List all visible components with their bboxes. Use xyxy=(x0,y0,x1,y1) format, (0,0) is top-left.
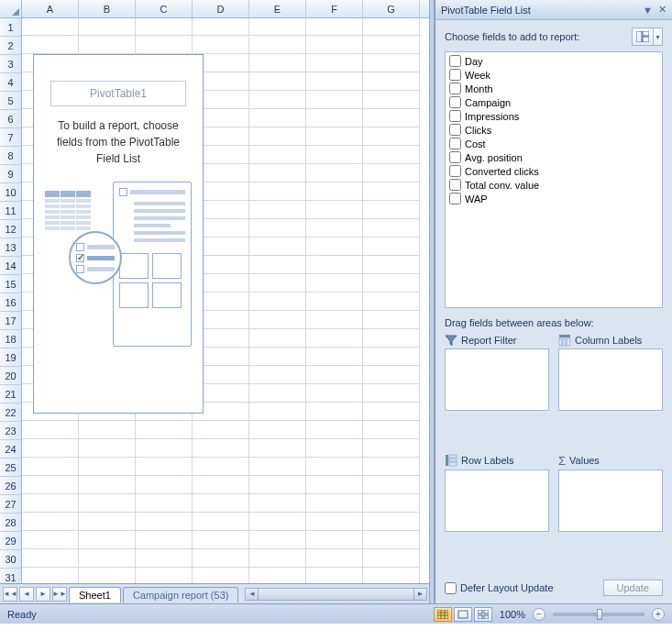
column-labels-dropzone[interactable] xyxy=(558,348,663,411)
field-checkbox[interactable] xyxy=(449,151,461,163)
row-header[interactable]: 5 xyxy=(0,92,21,110)
filter-icon xyxy=(445,334,457,347)
row-header[interactable]: 15 xyxy=(0,275,21,293)
field-item[interactable]: Week xyxy=(447,68,660,82)
field-label: Impressions xyxy=(465,111,519,122)
row-header[interactable]: 7 xyxy=(0,128,21,147)
zoom-out-button[interactable]: − xyxy=(533,608,545,621)
field-checkbox[interactable] xyxy=(449,69,461,81)
row-header[interactable]: 1 xyxy=(0,18,21,37)
values-dropzone[interactable] xyxy=(558,470,663,532)
field-checkbox[interactable] xyxy=(449,165,461,177)
row-labels-dropzone[interactable] xyxy=(445,470,549,532)
field-checkbox[interactable] xyxy=(449,55,461,67)
field-label: Converted clicks xyxy=(465,166,539,177)
field-checkbox[interactable] xyxy=(449,96,461,108)
pivottable-name: PivotTable1 xyxy=(50,81,186,106)
field-checkbox[interactable] xyxy=(449,124,461,136)
row-header[interactable]: 30 xyxy=(0,550,21,569)
row-header[interactable]: 26 xyxy=(0,477,21,495)
row-header[interactable]: 14 xyxy=(0,257,21,275)
field-checkbox[interactable] xyxy=(449,193,461,204)
row-header[interactable]: 31 xyxy=(0,569,21,583)
row-header[interactable]: 23 xyxy=(0,422,21,440)
cell-grid[interactable]: PivotTable1 To build a report, choose fi… xyxy=(22,18,429,583)
defer-update-checkbox[interactable]: Defer Layout Update xyxy=(445,582,554,594)
update-button[interactable]: Update xyxy=(603,580,663,596)
col-header[interactable]: E xyxy=(249,0,306,17)
row-header[interactable]: 21 xyxy=(0,385,21,403)
svg-rect-5 xyxy=(563,338,566,346)
row-header[interactable]: 24 xyxy=(0,440,21,459)
field-label: Day xyxy=(465,56,483,67)
defer-checkbox-input[interactable] xyxy=(445,582,457,594)
field-item[interactable]: Total conv. value xyxy=(447,178,660,192)
field-item[interactable]: WAP xyxy=(447,192,660,205)
row-header[interactable]: 19 xyxy=(0,348,21,367)
col-header[interactable]: C xyxy=(136,0,193,17)
row-header[interactable]: 3 xyxy=(0,55,21,73)
row-header[interactable]: 2 xyxy=(0,37,21,55)
tab-nav-first[interactable]: ◄◄ xyxy=(3,587,17,602)
layout-dropdown-icon[interactable]: ▼ xyxy=(654,28,663,46)
zoom-slider[interactable] xyxy=(553,613,644,616)
field-checkbox[interactable] xyxy=(449,179,461,191)
col-header[interactable]: D xyxy=(193,0,249,17)
row-header[interactable]: 10 xyxy=(0,183,21,202)
field-item[interactable]: Impressions xyxy=(447,109,660,123)
sheet-tab[interactable]: Campaign report (53) xyxy=(123,587,239,602)
row-header[interactable]: 22 xyxy=(0,403,21,422)
row-header[interactable]: 11 xyxy=(0,202,21,220)
svg-rect-1 xyxy=(643,31,649,36)
row-header[interactable]: 29 xyxy=(0,532,21,550)
row-header[interactable]: 13 xyxy=(0,238,21,257)
row-header[interactable]: 16 xyxy=(0,293,21,312)
page-break-view-button[interactable] xyxy=(474,607,492,622)
row-header[interactable]: 27 xyxy=(0,495,21,514)
field-item[interactable]: Clicks xyxy=(447,123,660,137)
row-header[interactable]: 18 xyxy=(0,330,21,348)
scroll-right-icon[interactable]: ► xyxy=(413,589,426,600)
page-layout-view-button[interactable] xyxy=(454,607,472,622)
normal-view-button[interactable] xyxy=(434,607,452,622)
row-header[interactable]: 12 xyxy=(0,220,21,238)
sheet-tab-active[interactable]: Sheet1 xyxy=(69,587,121,602)
scroll-left-icon[interactable]: ◄ xyxy=(246,589,259,600)
col-header[interactable]: G xyxy=(363,0,420,17)
pivottable-placeholder[interactable]: PivotTable1 To build a report, choose fi… xyxy=(33,54,204,414)
row-header[interactable]: 4 xyxy=(0,73,21,92)
col-header[interactable]: A xyxy=(22,0,79,17)
zoom-percent[interactable]: 100% xyxy=(500,609,525,620)
row-header[interactable]: 6 xyxy=(0,110,21,128)
col-header[interactable]: F xyxy=(306,0,363,17)
col-header[interactable]: B xyxy=(79,0,136,17)
tab-nav-next[interactable]: ► xyxy=(36,587,50,602)
field-item[interactable]: Avg. position xyxy=(447,150,660,164)
sheet-tab-bar: ◄◄ ◄ ► ►► Sheet1 Campaign report (53) ◄ … xyxy=(0,583,429,603)
field-item[interactable]: Cost xyxy=(447,137,660,150)
row-header[interactable]: 17 xyxy=(0,312,21,330)
tab-nav-prev[interactable]: ◄ xyxy=(19,587,34,602)
field-item[interactable]: Campaign xyxy=(447,95,660,109)
row-header[interactable]: 20 xyxy=(0,367,21,385)
field-item[interactable]: Converted clicks xyxy=(447,164,660,178)
row-header[interactable]: 8 xyxy=(0,147,21,165)
field-item[interactable]: Day xyxy=(447,54,660,68)
dropdown-icon[interactable]: ▼ xyxy=(643,5,653,16)
zoom-in-button[interactable]: + xyxy=(652,608,665,621)
field-checkbox[interactable] xyxy=(449,110,461,122)
row-header[interactable]: 28 xyxy=(0,514,21,532)
columns-icon xyxy=(558,334,571,347)
row-header[interactable]: 25 xyxy=(0,459,21,477)
zoom-slider-thumb[interactable] xyxy=(597,609,602,620)
field-checkbox[interactable] xyxy=(449,83,461,94)
close-icon[interactable]: ✕ xyxy=(658,4,666,16)
field-checkbox[interactable] xyxy=(449,138,461,149)
select-all-corner[interactable] xyxy=(0,0,22,17)
row-header[interactable]: 9 xyxy=(0,165,21,183)
layout-options-button[interactable] xyxy=(632,28,654,46)
field-item[interactable]: Month xyxy=(447,82,660,95)
horizontal-scrollbar[interactable]: ◄ ► xyxy=(245,588,427,601)
report-filter-dropzone[interactable] xyxy=(445,348,549,411)
tab-nav-last[interactable]: ►► xyxy=(52,587,67,602)
